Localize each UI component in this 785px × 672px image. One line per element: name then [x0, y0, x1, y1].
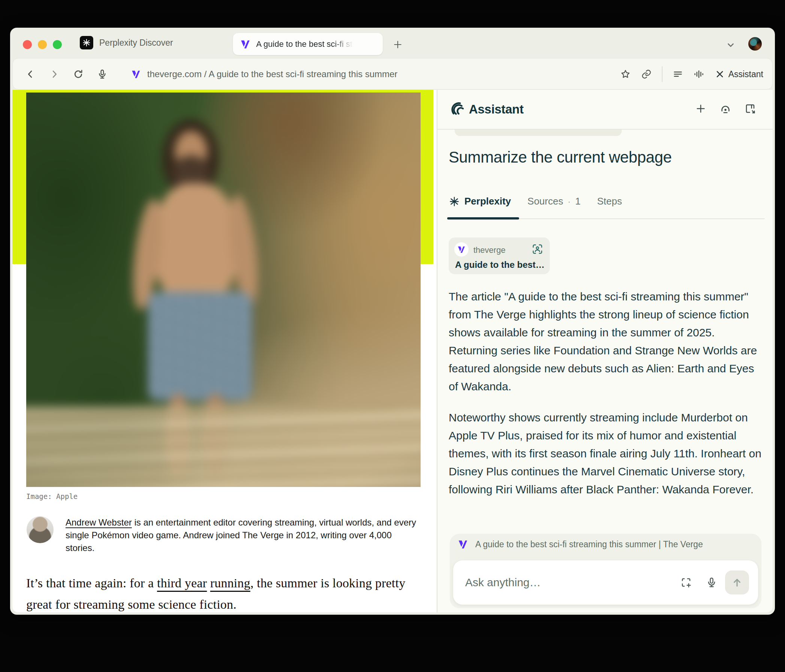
source-title: A guide to the best…	[455, 260, 544, 270]
webpage-pane: Image: Apple Andrew Webster is an entert…	[13, 90, 437, 612]
tab-label: Perplexity	[464, 196, 511, 207]
new-tab-button[interactable]	[391, 38, 404, 51]
composer: A guide to the best sci-fi streaming thi…	[450, 534, 762, 608]
tab-label: Steps	[597, 196, 622, 207]
author-bio-text: Andrew Webster is an entertainment edito…	[66, 516, 421, 555]
page-scan-icon	[532, 243, 543, 255]
zoom-window-button[interactable]	[53, 40, 62, 49]
article-lede: It’s that time again: for a third year r…	[26, 572, 412, 612]
new-thread-plus-icon[interactable]	[693, 101, 708, 116]
microphone-icon[interactable]	[94, 66, 111, 83]
source-chip[interactable]: theverge A guide to the best…	[449, 238, 550, 274]
context-bar[interactable]: A guide to the best sci-fi streaming thi…	[457, 537, 703, 551]
image-caption: Image: Apple	[26, 492, 78, 500]
lede-text: It’s that time again: for a	[26, 576, 157, 590]
minimize-window-button[interactable]	[38, 40, 47, 49]
context-title: A guide to the best sci-fi streaming thi…	[475, 539, 703, 550]
assistant-actions	[693, 101, 758, 116]
tab-steps[interactable]: Steps	[597, 196, 622, 207]
reload-icon[interactable]	[70, 66, 87, 83]
perplexity-logo-icon	[449, 196, 460, 207]
browser-window: Perplexity Discover A guide to the best …	[10, 28, 775, 615]
prompt-heading: Summarize the current webpage	[449, 148, 671, 166]
assistant-toggle[interactable]: Assistant	[711, 67, 767, 81]
hero-image	[26, 92, 421, 487]
assistant-toggle-label: Assistant	[729, 69, 763, 80]
screen: Perplexity Discover A guide to the best …	[0, 0, 785, 672]
verge-logo-icon	[457, 539, 469, 550]
submit-button[interactable]	[725, 570, 749, 594]
content-area: Image: Apple Andrew Webster is an entert…	[13, 90, 772, 612]
bookmark-star-icon[interactable]	[617, 66, 634, 83]
close-icon	[715, 69, 725, 79]
comet-assistant-logo-icon	[451, 101, 467, 117]
input-icons	[679, 560, 719, 605]
lede-link-third-year[interactable]: third year	[157, 576, 207, 590]
screenshot-select-icon[interactable]	[679, 575, 694, 590]
voice-waveform-icon[interactable]	[690, 66, 707, 83]
assistant-panel: Assistant	[437, 90, 772, 612]
answer-tabs: Perplexity Sources · 1 Steps	[449, 196, 622, 207]
source-site: theverge	[474, 245, 506, 255]
tab-label: Perplexity Discover	[99, 38, 173, 48]
verge-favicon	[454, 242, 469, 257]
open-in-window-icon[interactable]	[743, 101, 758, 116]
forward-icon[interactable]	[46, 66, 63, 83]
verge-logo-icon	[240, 39, 251, 50]
verge-favicon	[131, 69, 141, 80]
sources-count: 1	[575, 196, 580, 207]
answer-paragraph: The article "A guide to the best sci-fi …	[449, 288, 764, 396]
author-bio: Andrew Webster is an entertainment edito…	[27, 516, 424, 555]
close-window-button[interactable]	[23, 40, 32, 49]
author-avatar[interactable]	[27, 516, 53, 543]
ask-input[interactable]	[465, 560, 668, 605]
assistant-panel-title: Assistant	[469, 102, 524, 116]
lede-link-running[interactable]: running	[210, 576, 250, 590]
reader-mode-icon[interactable]	[669, 66, 686, 83]
perplexity-logo-icon	[80, 36, 93, 49]
answer-paragraph: Noteworthy shows currently streaming inc…	[449, 409, 764, 498]
ask-input-box	[453, 560, 758, 605]
tab-overflow-chevron-down-icon[interactable]	[724, 38, 737, 52]
address-bar[interactable]: theverge.com / A guide to the best sci-f…	[131, 58, 397, 90]
author-name-link[interactable]: Andrew Webster	[66, 517, 132, 528]
active-tab-underline	[447, 217, 519, 219]
copy-link-icon[interactable]	[638, 66, 655, 83]
tab-verge-article[interactable]: A guide to the best sci-fi str	[233, 33, 383, 55]
tab-sources[interactable]: Sources · 1	[527, 196, 580, 207]
tab-perplexity-discover[interactable]: Perplexity Discover	[80, 34, 173, 52]
tab-label: A guide to the best sci-fi str	[256, 39, 355, 49]
url-text: theverge.com / A guide to the best sci-f…	[147, 69, 397, 80]
tab-separator: ·	[568, 196, 571, 207]
scrolled-message-bubble	[455, 130, 622, 136]
divider	[662, 66, 663, 82]
voice-mode-icon[interactable]	[718, 101, 733, 116]
lede-text	[207, 576, 211, 590]
tab-label: Sources	[527, 196, 563, 207]
tab-perplexity[interactable]: Perplexity	[449, 196, 511, 207]
back-icon[interactable]	[22, 66, 39, 83]
microphone-icon[interactable]	[704, 575, 719, 590]
navigation-bar: theverge.com / A guide to the best sci-f…	[13, 58, 772, 89]
arrow-up-icon	[731, 576, 743, 589]
profile-avatar[interactable]	[748, 37, 762, 50]
assistant-header: Assistant	[438, 90, 772, 129]
nav-right-actions: Assistant	[617, 58, 767, 90]
tab-bar: Perplexity Discover A guide to the best …	[10, 28, 775, 57]
